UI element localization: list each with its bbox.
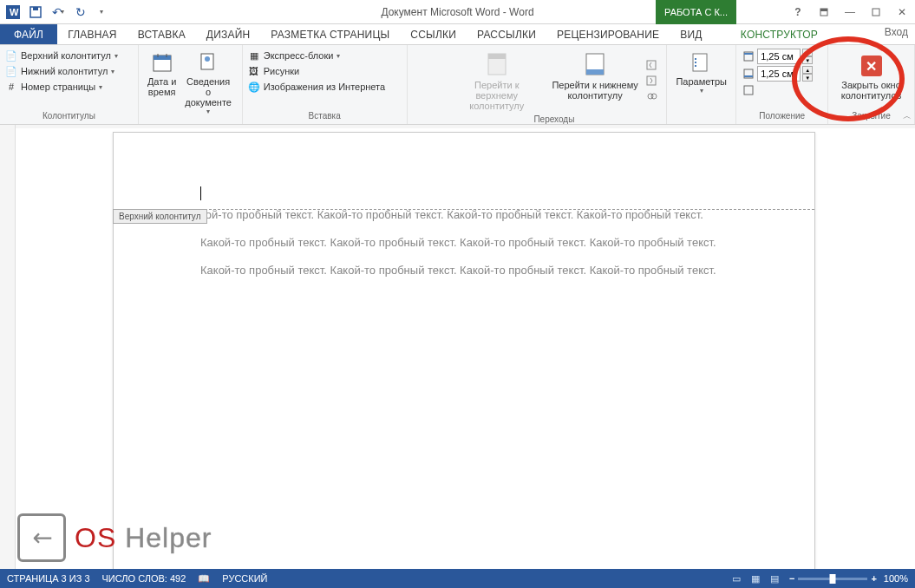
- save-icon[interactable]: [26, 3, 45, 22]
- context-tab-label: РАБОТА С К...: [656, 0, 736, 24]
- zoom-thumb[interactable]: [830, 574, 836, 584]
- status-page[interactable]: СТРАНИЦА 3 ИЗ 3: [7, 573, 90, 584]
- collapse-ribbon-button[interactable]: ︿: [903, 110, 912, 122]
- doc-info-label: Сведения о документе: [183, 76, 232, 108]
- window-title: Документ Microsoft Word - Word: [381, 6, 533, 18]
- page[interactable]: Верхний колонтитул кой-то пробный текст.…: [113, 132, 815, 569]
- read-mode-icon[interactable]: ▭: [729, 571, 744, 586]
- footer-position-icon: [742, 67, 755, 81]
- header-tag-label: Верхний колонтитул: [113, 209, 207, 224]
- svg-rect-16: [586, 69, 604, 75]
- nav-side-buttons: [644, 49, 661, 113]
- tab-file[interactable]: ФАЙЛ: [0, 24, 57, 44]
- watermark-text: OS Helper: [75, 522, 212, 554]
- quick-parts-button[interactable]: ▦Экспресс-блоки ▾: [248, 49, 402, 62]
- group-label-close: Закрытие: [833, 109, 909, 121]
- paragraph: Какой-то пробный текст. Какой-то пробный…: [200, 263, 728, 278]
- ribbon-display-button[interactable]: [811, 0, 837, 24]
- redo-icon[interactable]: ↻: [71, 3, 90, 22]
- group-label-headers: Колонтитулы: [5, 109, 133, 121]
- horizontal-ruler[interactable]: [16, 125, 915, 128]
- login-link[interactable]: Вход: [878, 24, 915, 43]
- group-position: ▲▼ ▲▼ Положение: [736, 45, 828, 124]
- goto-footer-icon: [583, 50, 607, 78]
- zoom-level[interactable]: 100%: [884, 573, 908, 584]
- spin-up[interactable]: ▲: [802, 49, 813, 56]
- document-body: кой-то пробный текст. Какой-то пробный т…: [114, 193, 814, 309]
- tab-review[interactable]: РЕЦЕНЗИРОВАНИЕ: [546, 24, 670, 44]
- next-section-button[interactable]: [645, 74, 659, 88]
- svg-rect-5: [820, 9, 827, 11]
- link-previous-button[interactable]: [645, 89, 659, 103]
- calendar-icon: [150, 50, 174, 75]
- spin-up[interactable]: ▲: [802, 66, 813, 74]
- goto-footer-label: Перейти к нижнему колонтитулу: [552, 80, 638, 101]
- document-area: Верхний колонтитул кой-то пробный текст.…: [0, 125, 915, 569]
- spin-down[interactable]: ▼: [802, 74, 813, 82]
- group-headers-footers: 📄Верхний колонтитул ▾ 📄Нижний колонтитул…: [0, 45, 139, 124]
- zoom-track[interactable]: [798, 578, 867, 580]
- web-layout-icon[interactable]: ▤: [767, 571, 782, 586]
- vertical-ruler[interactable]: [0, 125, 16, 569]
- zoom-in-button[interactable]: +: [871, 573, 876, 584]
- footer-button[interactable]: 📄Нижний колонтитул ▾: [5, 64, 133, 78]
- tab-insert[interactable]: ВСТАВКА: [127, 24, 196, 44]
- tab-view[interactable]: ВИД: [670, 24, 712, 44]
- header-position-input[interactable]: [757, 49, 801, 64]
- options-button[interactable]: Параметры ▾: [672, 49, 730, 96]
- header-button[interactable]: 📄Верхний колонтитул ▾: [5, 49, 133, 62]
- group-options: Параметры ▾: [667, 45, 736, 124]
- minimize-button[interactable]: —: [837, 0, 863, 24]
- tab-layout[interactable]: РАЗМЕТКА СТРАНИЦЫ: [260, 24, 400, 44]
- status-proofing-icon[interactable]: 📖: [198, 573, 210, 585]
- word-icon: W: [3, 3, 23, 22]
- align-tab-icon: [742, 83, 755, 97]
- status-language[interactable]: РУССКИЙ: [222, 573, 267, 584]
- header-position-row: ▲▼: [742, 49, 822, 64]
- help-button[interactable]: ?: [785, 0, 811, 24]
- group-label-position: Положение: [742, 109, 822, 121]
- header-boundary: [114, 209, 814, 210]
- undo-icon[interactable]: ↶▾: [49, 3, 68, 22]
- header-edit-area[interactable]: Верхний колонтитул: [114, 133, 814, 193]
- goto-header-button: Перейти к верхнему колонтитулу: [448, 49, 547, 113]
- footer-label: Нижний колонтитул: [21, 66, 108, 76]
- page-number-button[interactable]: #Номер страницы ▾: [5, 80, 133, 94]
- footer-position-input[interactable]: [757, 66, 801, 82]
- status-word-count[interactable]: ЧИСЛО СЛОВ: 492: [102, 573, 186, 584]
- zoom-out-button[interactable]: −: [789, 573, 794, 584]
- svg-rect-18: [647, 76, 656, 85]
- prev-section-button[interactable]: [645, 58, 659, 72]
- close-button[interactable]: ✕: [889, 0, 915, 24]
- options-label: Параметры: [676, 76, 727, 87]
- ribbon-tabs: ФАЙЛ ГЛАВНАЯ ВСТАВКА ДИЗАЙН РАЗМЕТКА СТР…: [0, 24, 915, 45]
- close-x-icon: ✕: [861, 56, 882, 76]
- goto-footer-button[interactable]: Перейти к нижнему колонтитулу: [546, 49, 644, 113]
- print-layout-icon[interactable]: ▦: [748, 571, 763, 586]
- tab-references[interactable]: ССЫЛКИ: [400, 24, 467, 44]
- header-position-icon: [742, 49, 755, 63]
- pictures-label: Рисунки: [264, 66, 300, 76]
- doc-info-icon: [196, 50, 220, 75]
- group-insert-small: ▦Экспресс-блоки ▾ 🖼Рисунки 🌐Изображения …: [243, 45, 408, 124]
- maximize-button[interactable]: [863, 0, 889, 24]
- close-header-footer-button[interactable]: ✕ Закрыть окно колонтитулов: [833, 49, 909, 102]
- tab-design[interactable]: ДИЗАЙН: [196, 24, 261, 44]
- svg-rect-3: [33, 7, 38, 10]
- date-time-button[interactable]: Дата и время: [144, 49, 180, 121]
- spin-down[interactable]: ▼: [802, 56, 813, 64]
- watermark: ↖ OS Helper: [17, 513, 212, 562]
- close-label: Закрыть окно колонтитулов: [835, 80, 907, 101]
- footer-icon: 📄: [5, 65, 17, 77]
- online-pictures-icon: 🌐: [248, 81, 260, 93]
- qat-customize-icon[interactable]: ▾: [92, 3, 111, 22]
- zoom-slider[interactable]: − +: [789, 573, 877, 584]
- doc-info-button[interactable]: Сведения о документе ▾: [180, 49, 236, 121]
- align-tab-button[interactable]: [742, 83, 822, 97]
- tab-constructor[interactable]: КОНСТРУКТОР: [730, 24, 828, 44]
- tab-mailings[interactable]: РАССЫЛКИ: [467, 24, 546, 44]
- pictures-button[interactable]: 🖼Рисунки: [248, 64, 402, 78]
- tab-home[interactable]: ГЛАВНАЯ: [57, 24, 127, 44]
- svg-point-20: [651, 94, 657, 99]
- online-pictures-button[interactable]: 🌐Изображения из Интернета: [248, 80, 402, 94]
